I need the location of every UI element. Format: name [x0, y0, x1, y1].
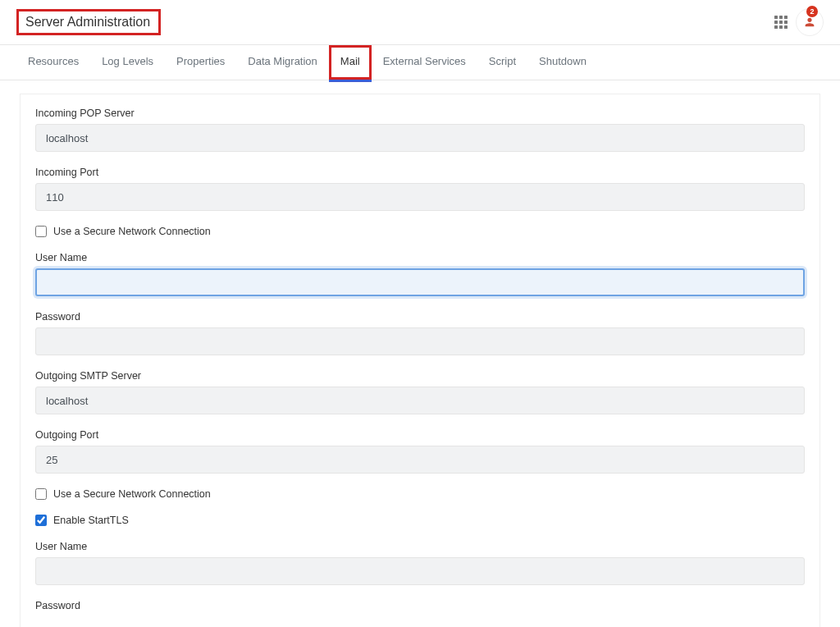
field-incoming-port: Incoming Port [35, 167, 805, 211]
input-outgoing-port[interactable] [35, 446, 805, 474]
tab-properties[interactable]: Properties [165, 45, 236, 80]
apps-grid-icon[interactable] [774, 16, 788, 29]
input-user-name-out[interactable] [35, 557, 805, 585]
label-incoming-secure[interactable]: Use a Secure Network Connection [53, 226, 211, 237]
tab-log-levels[interactable]: Log Levels [90, 45, 165, 80]
header: Server Administration 2 [0, 0, 840, 45]
tab-mail[interactable]: Mail [329, 45, 372, 80]
input-incoming-pop-server[interactable] [35, 124, 805, 152]
label-user-name: User Name [35, 252, 805, 263]
checkbox-outgoing-secure[interactable] [35, 488, 47, 500]
tab-resources[interactable]: Resources [16, 45, 90, 80]
field-enable-starttls: Enable StartTLS [35, 515, 805, 526]
input-outgoing-smtp-server[interactable] [35, 387, 805, 414]
field-outgoing-port: Outgoing Port [35, 429, 805, 474]
notification-badge: 2 [806, 6, 818, 17]
tab-shutdown[interactable]: Shutdown [527, 45, 598, 80]
field-user-name-out: User Name [35, 541, 805, 585]
field-outgoing-secure: Use a Secure Network Connection [35, 488, 805, 500]
field-password: Password [35, 311, 805, 355]
tab-external-services[interactable]: External Services [372, 45, 477, 80]
label-password-out: Password [35, 600, 805, 611]
field-incoming-secure: Use a Secure Network Connection [35, 226, 805, 237]
field-outgoing-smtp-server: Outgoing SMTP Server [35, 370, 805, 414]
input-password[interactable] [35, 327, 805, 355]
tabs-nav: Resources Log Levels Properties Data Mig… [0, 45, 840, 80]
field-incoming-pop-server: Incoming POP Server [35, 108, 805, 152]
label-incoming-pop-server: Incoming POP Server [35, 108, 805, 119]
header-actions: 2 [774, 8, 824, 36]
content: Incoming POP Server Incoming Port Use a … [0, 80, 840, 627]
checkbox-incoming-secure[interactable] [35, 226, 47, 237]
user-icon [803, 16, 816, 29]
label-user-name-out: User Name [35, 541, 805, 552]
label-enable-starttls[interactable]: Enable StartTLS [53, 515, 129, 526]
page-title: Server Administration [25, 15, 150, 30]
label-outgoing-smtp-server: Outgoing SMTP Server [35, 370, 805, 382]
label-outgoing-port: Outgoing Port [35, 429, 805, 441]
input-user-name[interactable] [35, 268, 805, 296]
input-incoming-port[interactable] [35, 183, 805, 211]
checkbox-enable-starttls[interactable] [35, 515, 47, 526]
field-user-name: User Name [35, 252, 805, 296]
mail-settings-panel: Incoming POP Server Incoming Port Use a … [20, 94, 820, 627]
label-password: Password [35, 311, 805, 323]
user-menu-button[interactable]: 2 [796, 8, 824, 36]
page-title-highlight: Server Administration [16, 9, 161, 35]
label-incoming-port: Incoming Port [35, 167, 805, 178]
tab-data-migration[interactable]: Data Migration [236, 45, 329, 80]
label-outgoing-secure[interactable]: Use a Secure Network Connection [53, 488, 211, 500]
tab-script[interactable]: Script [477, 45, 527, 80]
field-password-out: Password [35, 600, 805, 611]
